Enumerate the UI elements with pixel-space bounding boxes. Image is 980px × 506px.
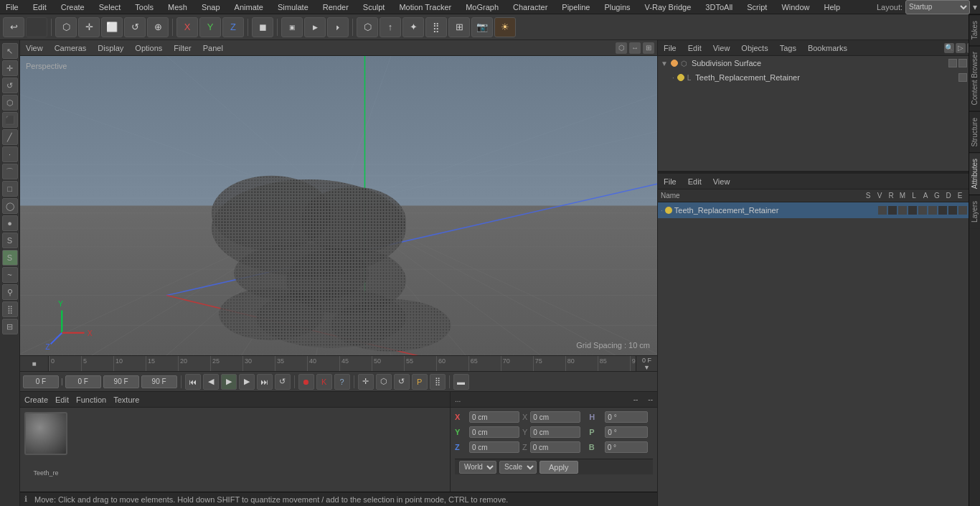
obj-ctrl-8[interactable] xyxy=(948,206,957,215)
frame-out-input[interactable]: 90 F xyxy=(103,375,139,388)
vtab-layers[interactable]: Layers xyxy=(969,195,980,228)
sidebar-edge-btn[interactable]: ╱ xyxy=(2,129,18,145)
menu-window[interactable]: Window xyxy=(778,3,812,11)
obj-row-retainer[interactable]: · Teeth_Replacement_Retainer xyxy=(658,202,980,218)
keys-button[interactable]: ⣿ xyxy=(430,374,446,390)
mat-menu-texture[interactable]: Texture xyxy=(113,395,139,404)
obj-ctrl-5[interactable] xyxy=(918,206,927,215)
sidebar-spline-btn[interactable]: ⌒ xyxy=(2,164,18,179)
vp-menu-display[interactable]: Display xyxy=(95,44,126,52)
attr-z-pos-input[interactable] xyxy=(469,441,519,453)
obj-view-menu[interactable]: View xyxy=(710,177,733,186)
rotate-key-button[interactable]: ↺ xyxy=(394,374,410,390)
apply-button[interactable]: Apply xyxy=(540,461,578,474)
obj-ctrl-4[interactable] xyxy=(908,206,917,215)
vp-menu-view[interactable]: View xyxy=(23,44,46,52)
vp-icon-3[interactable]: ⊞ xyxy=(643,42,654,54)
attr-h-input[interactable] xyxy=(605,411,648,423)
attr-y-pos-input[interactable] xyxy=(469,426,519,438)
move-key-button[interactable]: ✛ xyxy=(358,374,374,390)
layout-dropdown[interactable]: Startup xyxy=(905,0,970,14)
sidebar-box-btn[interactable]: □ xyxy=(2,181,18,197)
object-mode-button[interactable]: ◼ xyxy=(252,17,273,37)
axis-x-button[interactable]: X xyxy=(176,17,198,37)
vp-menu-panel[interactable]: Panel xyxy=(200,44,226,52)
menu-render[interactable]: Render xyxy=(320,3,352,11)
menu-help[interactable]: Help xyxy=(821,3,844,11)
vp-menu-filter[interactable]: Filter xyxy=(171,44,194,52)
play-button[interactable]: ▶ xyxy=(221,374,237,390)
obj-ctrl-9[interactable] xyxy=(958,206,967,215)
menu-edit[interactable]: Edit xyxy=(30,3,50,11)
vp-icon-1[interactable]: ⬡ xyxy=(616,42,627,54)
obj-ctrl-2[interactable] xyxy=(888,206,897,215)
axis-y-button[interactable]: Y xyxy=(199,17,221,37)
attr-b-input[interactable] xyxy=(605,441,648,453)
sidebar-sculpt-btn[interactable]: ⚲ xyxy=(2,284,18,300)
menu-file[interactable]: File xyxy=(3,3,22,11)
viewport[interactable]: Perspective xyxy=(20,56,657,355)
vtab-attributes[interactable]: Attributes xyxy=(969,152,980,195)
rp-file-menu[interactable]: File xyxy=(661,44,679,52)
sidebar-rotate-btn[interactable]: ↺ xyxy=(2,78,18,93)
loop-button[interactable]: ↺ xyxy=(275,374,291,390)
goto-end-button[interactable]: ⏭ xyxy=(257,374,273,390)
view-dots-button[interactable]: ⣿ xyxy=(425,17,447,37)
sidebar-point-btn[interactable]: · xyxy=(2,146,18,162)
rotate-tool-button[interactable]: ↺ xyxy=(124,17,146,37)
menu-tools[interactable]: Tools xyxy=(132,3,156,11)
tree-item-subdivision[interactable]: ▼ ⬡ Subdivision Surface ✓ xyxy=(658,56,980,70)
menu-simulate[interactable]: Simulate xyxy=(275,3,311,11)
sidebar-sphere-btn[interactable]: ● xyxy=(2,215,18,231)
rp-objects-menu[interactable]: Objects xyxy=(738,44,771,52)
menu-character[interactable]: Character xyxy=(510,3,550,11)
vp-icon-2[interactable]: ↔ xyxy=(629,42,641,54)
scale-dropdown[interactable]: Scale xyxy=(499,461,537,474)
undo-button[interactable]: ↩ xyxy=(3,17,24,37)
tree-check-4[interactable] xyxy=(958,73,967,82)
sidebar-s2-btn[interactable]: S xyxy=(2,250,18,266)
frame-end-input[interactable]: 90 F xyxy=(141,375,177,388)
rp-edit-menu[interactable]: Edit xyxy=(685,44,705,52)
frame-in-input[interactable]: 0 F xyxy=(65,375,101,388)
rp-search-icon[interactable]: 🔍 xyxy=(944,43,954,53)
param-key-button[interactable]: P xyxy=(412,374,428,390)
attr-x-pos-input[interactable] xyxy=(469,411,519,423)
menu-mesh[interactable]: Mesh xyxy=(165,3,190,11)
attr-z-size-input[interactable] xyxy=(530,441,580,453)
menu-script[interactable]: Script xyxy=(744,3,770,11)
select-tool-button[interactable]: ⬡ xyxy=(55,17,77,37)
obj-edit-menu[interactable]: Edit xyxy=(685,177,705,186)
menu-3dtoall[interactable]: 3DToAll xyxy=(702,3,735,11)
menu-create[interactable]: Create xyxy=(58,3,88,11)
sidebar-deform-btn[interactable]: ~ xyxy=(2,267,18,283)
vp-menu-cameras[interactable]: Cameras xyxy=(52,44,90,52)
axis-z-button[interactable]: Z xyxy=(222,17,244,37)
sidebar-s-btn[interactable]: S xyxy=(2,233,18,248)
tree-check-2[interactable] xyxy=(958,59,967,67)
menu-vray[interactable]: V-Ray Bridge xyxy=(642,3,694,11)
rp-view-menu[interactable]: View xyxy=(710,44,733,52)
sidebar-scale-btn[interactable]: ⬡ xyxy=(2,95,18,111)
redo-button[interactable] xyxy=(26,17,47,37)
sidebar-grid-btn[interactable]: ⣿ xyxy=(2,301,18,317)
menu-snap[interactable]: Snap xyxy=(199,3,223,11)
attr-x-size-input[interactable] xyxy=(530,411,580,423)
menu-pipeline[interactable]: Pipeline xyxy=(559,3,593,11)
menu-select[interactable]: Select xyxy=(96,3,124,11)
frame-start-input[interactable]: 0 F xyxy=(23,375,59,388)
obj-file-menu[interactable]: File xyxy=(661,177,679,186)
view-select2-button[interactable]: ✦ xyxy=(402,17,424,37)
material-thumbnail[interactable] xyxy=(24,412,67,455)
menu-plugins[interactable]: Plugins xyxy=(601,3,633,11)
goto-start-button[interactable]: ⏮ xyxy=(185,374,201,390)
sidebar-cursor-btn[interactable]: ↖ xyxy=(2,43,18,59)
move-tool-button[interactable]: ✛ xyxy=(78,17,100,37)
tree-item-retainer[interactable]: · L Teeth_Replacement_Retainer xyxy=(658,70,980,85)
layout-arrow[interactable]: ▾ xyxy=(973,2,977,12)
render-all-button[interactable]: ⏵ xyxy=(327,17,349,37)
rp-bookmarks-menu[interactable]: Bookmarks xyxy=(805,44,850,52)
world-dropdown[interactable]: World xyxy=(459,461,496,474)
obj-ctrl-7[interactable] xyxy=(938,206,947,215)
mat-menu-create[interactable]: Create xyxy=(24,395,48,404)
